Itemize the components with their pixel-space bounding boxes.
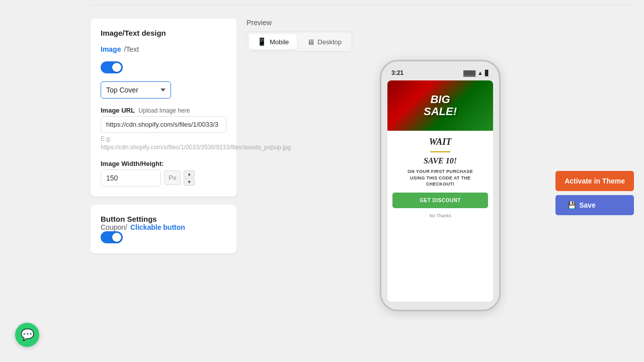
popup-save: SAVE 10! [424, 156, 457, 165]
px-label: Px [164, 170, 181, 185]
size-row: Px ▲ ▼ [101, 169, 226, 187]
image-url-label: Image URL Upload Image here [101, 107, 226, 114]
panel-title: Image/Text design [101, 29, 226, 37]
upload-label: Upload Image here [138, 107, 190, 114]
popup-desc-2: USING THIS CODE AT THE [408, 175, 473, 182]
popup-no-thanks[interactable]: No Thanks [429, 213, 451, 218]
coupon-toggle[interactable] [101, 231, 123, 243]
coupon-toggle-row: Coupon/ Clickable button [101, 223, 226, 231]
phone-time: 3:21 [391, 69, 404, 76]
position-dropdown[interactable]: Top Cover Left Right Bottom [101, 81, 171, 99]
preview-section: Preview 📱 Mobile 🖥 Desktop 3:21 [247, 19, 634, 311]
top-divider [91, 5, 634, 6]
big-text: BIG [424, 94, 457, 106]
tab-desktop-label: Desktop [317, 38, 342, 46]
popup-image-text: BIG SALE! [424, 94, 457, 118]
phone-status-bar: 3:21 ▓▓▓ ▲ ▊ [387, 69, 493, 76]
wifi-icon: ▲ [477, 70, 483, 76]
preview-label: Preview [247, 19, 272, 27]
save-button[interactable]: 💾 Save [555, 195, 634, 215]
mobile-icon: 📱 [257, 37, 267, 46]
sidebar [0, 0, 80, 362]
battery-icon: ▊ [485, 70, 489, 76]
coupon-label: Coupon/ [101, 223, 127, 231]
toggle-label-image: Image [101, 45, 121, 53]
popup-desc: ON YOUR FIRST PURCHASE USING THIS CODE A… [408, 168, 473, 188]
popup-wait: WAIT [429, 137, 452, 147]
content-row: Image/Text design Image /Text Top Cover [91, 19, 634, 311]
tab-mobile[interactable]: 📱 Mobile [249, 34, 297, 49]
phone-screen: BIG SALE! WAIT SAVE 10! ON YOUR FIRST PU… [387, 80, 493, 302]
chat-icon: 💬 [21, 328, 34, 341]
sale-text: SALE! [424, 106, 457, 118]
image-url-container: Image URL Upload Image here E.g: https:/… [101, 107, 226, 152]
desktop-icon: 🖥 [307, 38, 314, 46]
dropdown-container: Top Cover Left Right Bottom [101, 81, 226, 99]
spinner-up[interactable]: ▲ [184, 170, 195, 177]
size-container: Image Width/Height: Px ▲ ▼ [101, 160, 226, 187]
image-text-toggle[interactable] [101, 61, 123, 73]
toggle-knob [112, 63, 121, 72]
image-text-toggle-row: Image /Text [101, 45, 226, 53]
left-panels: Image/Text design Image /Text Top Cover [91, 19, 236, 253]
popup-image: BIG SALE! [387, 80, 493, 131]
toggle-track [101, 61, 123, 73]
page-wrapper: Image/Text design Image /Text Top Cover [0, 0, 644, 362]
clickable-label: Clickable button [130, 223, 185, 231]
activate-in-theme-button[interactable]: Activate in Theme [555, 171, 634, 191]
phone-icons: ▓▓▓ ▲ ▊ [463, 70, 489, 76]
design-panel: Image/Text design Image /Text Top Cover [91, 19, 236, 197]
tab-mobile-label: Mobile [270, 38, 289, 46]
popup-get-discount-btn[interactable]: GET DISCOUNT [392, 193, 488, 208]
button-settings-panel: Button Settings Coupon/ Clickable button [91, 205, 236, 253]
spinner-down[interactable]: ▼ [184, 178, 195, 186]
tab-desktop[interactable]: 🖥 Desktop [299, 34, 350, 49]
size-label: Image Width/Height: [101, 160, 226, 167]
toggle-label-text: /Text [124, 45, 139, 53]
coupon-toggle-track [101, 231, 123, 243]
phone-mockup: 3:21 ▓▓▓ ▲ ▊ BIG SALE! [380, 60, 501, 311]
popup-content: WAIT SAVE 10! ON YOUR FIRST PURCHASE USI… [387, 131, 493, 302]
spinner-buttons: ▲ ▼ [184, 170, 195, 186]
image-url-input[interactable] [101, 116, 226, 133]
button-panel-title: Button Settings [101, 215, 226, 223]
chat-bubble[interactable]: 💬 [15, 323, 39, 347]
preview-tabs: 📱 Mobile 🖥 Desktop [247, 32, 352, 52]
action-buttons: Activate in Theme 💾 Save [555, 171, 634, 215]
coupon-toggle-knob [112, 233, 121, 242]
popup-divider [430, 151, 450, 152]
signal-icon: ▓▓▓ [463, 70, 475, 76]
save-icon: 💾 [568, 201, 576, 209]
popup-desc-1: ON YOUR FIRST PURCHASE [408, 168, 473, 175]
image-url-hint: E.g: https://cdn.shopify.com/s/files/1/0… [101, 135, 226, 152]
size-input[interactable] [101, 169, 161, 187]
popup-desc-3: CHECKOUT! [408, 181, 473, 188]
save-label: Save [579, 201, 596, 209]
